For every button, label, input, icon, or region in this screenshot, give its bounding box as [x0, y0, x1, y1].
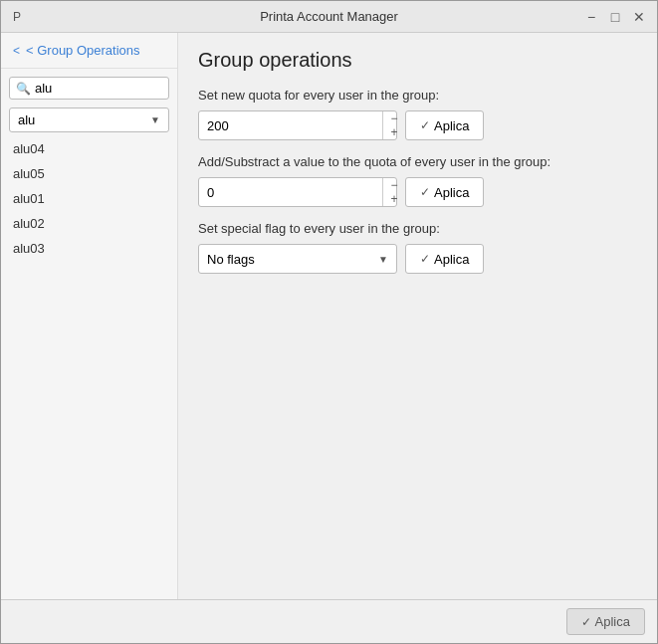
search-box: 🔍	[9, 77, 169, 100]
add-sub-label: Add/Substract a value to the quota of ev…	[198, 154, 637, 169]
add-sub-aplica-button[interactable]: ✓ Aplica	[405, 177, 484, 207]
add-sub-spinner-controls: − +	[382, 178, 405, 206]
flags-dropdown[interactable]: No flags ▼	[198, 244, 397, 274]
flags-value: No flags	[207, 252, 255, 267]
aplica-label-2: Aplica	[434, 185, 469, 200]
add-sub-increment-button[interactable]: +	[383, 192, 405, 206]
chevron-down-icon: ▼	[150, 114, 160, 125]
quota-aplica-button[interactable]: ✓ Aplica	[405, 110, 484, 140]
flags-chevron-icon: ▼	[378, 254, 388, 265]
add-sub-spinner: − +	[198, 177, 397, 207]
bottom-bar: ✓ Aplica	[1, 599, 657, 643]
add-sub-decrement-button[interactable]: −	[383, 178, 405, 192]
list-item[interactable]: alu04	[1, 136, 177, 161]
quota-spinner-controls: − +	[382, 111, 405, 139]
flags-label: Set special flag to every user in the gr…	[198, 221, 637, 236]
sidebar: < < Group Operations 🔍 alu ▼ alu04 alu05…	[1, 33, 178, 599]
add-sub-row: − + ✓ Aplica	[198, 177, 637, 207]
list-item[interactable]: alu05	[1, 161, 177, 186]
quota-label: Set new quota for every user in the grou…	[198, 88, 637, 103]
sidebar-header-label: < Group Operations	[26, 43, 140, 58]
check-icon-3: ✓	[420, 252, 430, 266]
app-icon: P	[9, 9, 25, 25]
window-controls: − □ ✕	[581, 7, 649, 27]
group-dropdown[interactable]: alu ▼	[9, 107, 169, 132]
back-arrow-icon: <	[13, 44, 20, 58]
list-item[interactable]: alu01	[1, 186, 177, 211]
content-area: < < Group Operations 🔍 alu ▼ alu04 alu05…	[1, 33, 657, 599]
bottom-check-icon: ✓	[581, 615, 591, 629]
aplica-label: Aplica	[434, 118, 469, 133]
user-list: alu04 alu05 alu01 alu02 alu03	[1, 136, 177, 599]
flags-aplica-button[interactable]: ✓ Aplica	[405, 244, 484, 274]
list-item[interactable]: alu03	[1, 236, 177, 261]
search-icon: 🔍	[16, 82, 31, 96]
quota-decrement-button[interactable]: −	[383, 111, 405, 125]
quota-row: − + ✓ Aplica	[198, 110, 637, 140]
quota-spinner: − +	[198, 110, 397, 140]
group-operations-nav[interactable]: < < Group Operations	[1, 33, 177, 69]
close-button[interactable]: ✕	[629, 7, 649, 27]
check-icon: ✓	[420, 118, 430, 132]
maximize-button[interactable]: □	[605, 7, 625, 27]
quota-increment-button[interactable]: +	[383, 125, 405, 139]
main-window: P Printa Account Manager − □ ✕ < < Group…	[0, 0, 658, 644]
quota-input[interactable]	[199, 118, 382, 133]
flags-row: No flags ▼ ✓ Aplica	[198, 244, 637, 274]
main-panel: Group operations Set new quota for every…	[178, 33, 657, 599]
list-item[interactable]: alu02	[1, 211, 177, 236]
page-title: Group operations	[198, 49, 637, 72]
group-selected-label: alu	[18, 112, 35, 127]
bottom-aplica-button[interactable]: ✓ Aplica	[566, 608, 645, 635]
bottom-aplica-label: Aplica	[595, 614, 630, 629]
window-title: Printa Account Manager	[1, 9, 657, 24]
aplica-label-3: Aplica	[434, 252, 469, 267]
add-sub-input[interactable]	[199, 185, 382, 200]
search-input[interactable]	[35, 81, 162, 96]
title-bar: P Printa Account Manager − □ ✕	[1, 1, 657, 33]
check-icon-2: ✓	[420, 185, 430, 199]
minimize-button[interactable]: −	[581, 7, 601, 27]
